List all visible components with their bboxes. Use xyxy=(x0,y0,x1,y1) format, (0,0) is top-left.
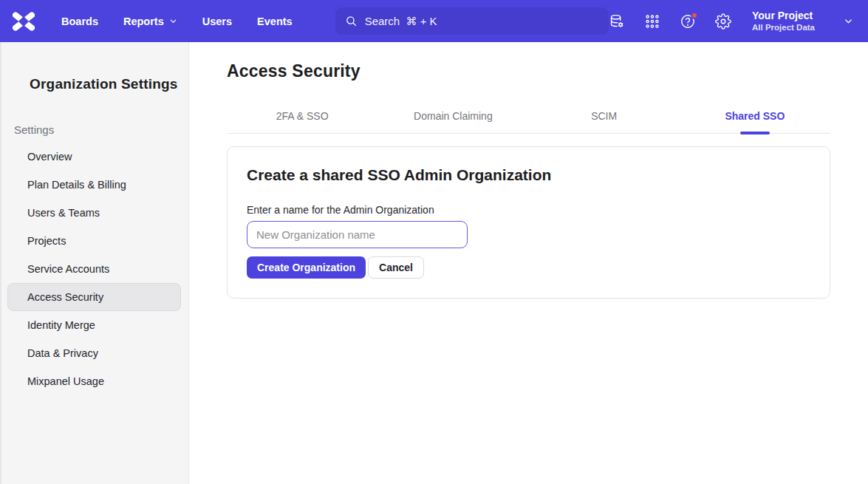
org-name-field-label: Enter a name for the Admin Organization xyxy=(247,204,810,216)
chevron-down-icon xyxy=(169,17,177,25)
settings-sidebar: Organization Settings Settings Overview … xyxy=(0,42,189,484)
tab-shared-sso[interactable]: Shared SSO xyxy=(680,103,830,133)
form-actions: Create Organization Cancel xyxy=(247,256,810,279)
primary-nav: Boards Reports Users Events xyxy=(61,16,293,27)
apps-grid-icon[interactable] xyxy=(644,13,660,30)
nav-item-reports[interactable]: Reports xyxy=(123,16,177,27)
org-name-input[interactable] xyxy=(247,221,468,248)
sidebar-item-users-teams[interactable]: Users & Teams xyxy=(7,199,181,227)
sidebar-section-label: Settings xyxy=(14,123,188,136)
sidebar-item-projects[interactable]: Projects xyxy=(7,227,181,255)
nav-item-boards[interactable]: Boards xyxy=(61,16,98,27)
search-input[interactable] xyxy=(365,15,599,27)
settings-gear-icon[interactable] xyxy=(715,13,731,30)
nav-item-events[interactable]: Events xyxy=(257,16,293,27)
sidebar-item-plan-details-billing[interactable]: Plan Details & Billing xyxy=(7,171,181,199)
nav-item-label: Boards xyxy=(61,16,98,27)
project-data-scope: All Project Data xyxy=(752,22,815,33)
sidebar-item-access-security[interactable]: Access Security xyxy=(7,283,181,311)
search-icon xyxy=(345,15,358,27)
nav-item-label: Events xyxy=(257,16,293,27)
navbar-right-actions: Your Project All Project Data xyxy=(609,9,853,33)
access-security-tabs: 2FA & SSO Domain Claiming SCIM Shared SS… xyxy=(227,103,830,134)
project-chevron-down-icon[interactable] xyxy=(844,16,853,26)
cancel-button[interactable]: Cancel xyxy=(368,256,424,279)
nav-item-users[interactable]: Users xyxy=(202,16,232,27)
sidebar-item-mixpanel-usage[interactable]: Mixpanel Usage xyxy=(7,367,181,395)
create-organization-button[interactable]: Create Organization xyxy=(247,256,366,279)
mixpanel-logo-icon[interactable] xyxy=(13,10,35,33)
sidebar-item-overview[interactable]: Overview xyxy=(7,143,181,171)
sidebar-item-service-accounts[interactable]: Service Accounts xyxy=(7,255,181,283)
tab-scim[interactable]: SCIM xyxy=(529,103,680,133)
nav-item-label: Users xyxy=(202,16,232,27)
global-search[interactable] xyxy=(335,7,609,35)
nav-item-label: Reports xyxy=(123,16,164,27)
sidebar-item-data-privacy[interactable]: Data & Privacy xyxy=(7,339,181,367)
tab-domain-claiming[interactable]: Domain Claiming xyxy=(377,103,528,133)
notification-dot xyxy=(691,12,698,19)
top-navbar: Boards Reports Users Events xyxy=(0,0,868,42)
sidebar-item-identity-merge[interactable]: Identity Merge xyxy=(7,311,181,339)
project-selector[interactable]: Your Project All Project Data xyxy=(752,9,815,33)
project-name: Your Project xyxy=(752,9,815,22)
data-management-icon[interactable] xyxy=(609,13,625,30)
shared-sso-card: Create a shared SSO Admin Organization E… xyxy=(227,146,830,299)
card-title: Create a shared SSO Admin Organization xyxy=(247,166,810,184)
tab-2fa-sso[interactable]: 2FA & SSO xyxy=(227,103,377,133)
page-title: Access Security xyxy=(227,61,830,81)
main-content: Access Security 2FA & SSO Domain Claimin… xyxy=(189,42,868,484)
sidebar-title: Organization Settings xyxy=(30,76,188,92)
help-icon[interactable] xyxy=(680,13,696,30)
